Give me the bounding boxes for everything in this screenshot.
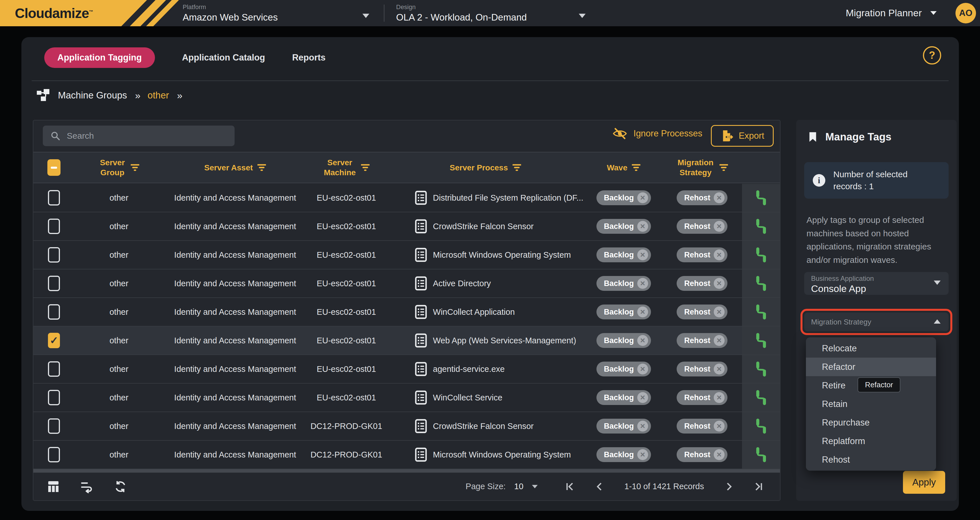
apply-button[interactable]: Apply — [903, 471, 945, 494]
export-button[interactable]: Export — [711, 125, 774, 147]
badge-close-icon[interactable]: ✕ — [637, 364, 648, 374]
cell-server-group: other — [75, 412, 163, 440]
badge-close-icon[interactable]: ✕ — [714, 335, 725, 346]
first-page-button[interactable] — [565, 481, 575, 492]
filter-icon[interactable] — [131, 164, 139, 172]
badge-close-icon[interactable]: ✕ — [637, 449, 648, 460]
filter-icon[interactable] — [361, 164, 369, 172]
page-size-select[interactable]: Page Size: 10 — [466, 482, 538, 491]
badge-close-icon[interactable]: ✕ — [637, 250, 648, 260]
wrap-text-button[interactable] — [80, 480, 93, 493]
app-switcher-migration-planner[interactable]: Migration Planner — [846, 8, 937, 19]
table-row: other Identity and Access Management DC1… — [33, 412, 780, 440]
migration-strategy-select[interactable]: Migration Strategy — [804, 313, 948, 331]
tab-application-catalog[interactable]: Application Catalog — [182, 52, 265, 63]
badge-close-icon[interactable]: ✕ — [637, 392, 648, 403]
badge-close-icon[interactable]: ✕ — [637, 421, 648, 431]
cell-server-asset: Identity and Access Management — [163, 241, 307, 269]
column-header-server-process: Server Process — [385, 153, 585, 183]
badge-close-icon[interactable]: ✕ — [714, 250, 725, 260]
filter-icon[interactable] — [632, 164, 640, 172]
filter-icon[interactable] — [512, 164, 521, 172]
cell-server-machine: EU-esc02-ost01 — [307, 298, 385, 326]
filter-icon[interactable] — [258, 164, 266, 172]
row-checkbox[interactable] — [48, 219, 60, 234]
column-settings-button[interactable] — [47, 480, 60, 493]
design-select[interactable]: Design OLA 2 - Workload, On-Demand — [396, 3, 590, 23]
badge-close-icon[interactable]: ✕ — [637, 307, 648, 317]
row-checkbox-checked[interactable]: ✓ — [48, 333, 60, 348]
previous-page-button[interactable] — [595, 481, 605, 492]
badge-close-icon[interactable]: ✕ — [637, 335, 648, 346]
cell-server-process: Distributed File System Replication (DF.… — [385, 184, 585, 212]
badge-close-icon[interactable]: ✕ — [714, 307, 725, 317]
row-checkbox[interactable] — [48, 447, 60, 462]
search-box[interactable] — [43, 126, 235, 146]
option-relocate[interactable]: Relocate — [806, 339, 936, 358]
badge-close-icon[interactable]: ✕ — [714, 278, 725, 289]
search-input[interactable] — [67, 131, 227, 141]
process-connections-button[interactable] — [742, 355, 780, 383]
process-connections-button[interactable] — [742, 383, 780, 412]
ignore-processes-button[interactable]: Ignore Processes — [612, 127, 702, 140]
filter-icon[interactable] — [719, 164, 728, 172]
badge-close-icon[interactable]: ✕ — [637, 278, 648, 289]
row-checkbox[interactable] — [48, 361, 60, 377]
badge-close-icon[interactable]: ✕ — [637, 192, 648, 203]
tab-divider — [32, 81, 948, 81]
process-connections-button[interactable] — [742, 184, 780, 212]
help-icon[interactable]: ? — [923, 46, 941, 65]
file-export-icon — [720, 129, 733, 142]
strategy-badge: Rehost✕ — [677, 362, 727, 377]
cell-server-asset: Identity and Access Management — [163, 298, 307, 326]
breadcrumb-machine-groups[interactable]: Machine Groups — [58, 90, 127, 101]
row-checkbox[interactable] — [48, 304, 60, 320]
last-page-button[interactable] — [754, 481, 764, 492]
tab-application-tagging[interactable]: Application Tagging — [44, 48, 155, 68]
badge-close-icon[interactable]: ✕ — [714, 364, 725, 374]
refresh-button[interactable] — [114, 480, 127, 493]
badge-close-icon[interactable]: ✕ — [637, 221, 648, 232]
wave-badge: Backlog✕ — [597, 390, 651, 405]
horizontal-scrollbar[interactable] — [33, 469, 780, 472]
option-refactor[interactable]: Refactor — [806, 358, 936, 376]
process-connections-button[interactable] — [742, 241, 780, 269]
process-connections-button[interactable] — [742, 298, 780, 326]
badge-close-icon[interactable]: ✕ — [714, 221, 725, 232]
platform-select[interactable]: Platform Amazon Web Services — [183, 3, 377, 23]
business-application-select[interactable]: Business Application Console App — [804, 272, 948, 295]
row-checkbox[interactable] — [48, 190, 60, 205]
cell-server-machine: EU-esc02-ost01 — [307, 326, 385, 355]
business-application-label: Business Application — [811, 275, 942, 283]
column-header-actions — [742, 153, 780, 183]
row-checkbox[interactable] — [48, 247, 60, 262]
option-rehost[interactable]: Rehost — [806, 450, 936, 469]
process-connections-button[interactable] — [742, 412, 780, 440]
badge-close-icon[interactable]: ✕ — [714, 449, 725, 460]
wave-badge: Backlog✕ — [597, 247, 651, 262]
cell-server-process: CrowdStrike Falcon Sensor — [385, 212, 585, 240]
select-all-checkbox[interactable] — [48, 159, 60, 176]
user-avatar[interactable]: AO — [955, 3, 976, 24]
process-connections-button[interactable] — [742, 326, 780, 355]
row-checkbox[interactable] — [48, 418, 60, 434]
option-repurchase[interactable]: Repurchase — [806, 413, 936, 432]
breadcrumb-other[interactable]: other — [148, 90, 169, 101]
option-retain[interactable]: Retain — [806, 395, 936, 413]
tab-reports[interactable]: Reports — [292, 52, 326, 63]
eye-off-icon — [612, 127, 627, 140]
process-connections-button[interactable] — [742, 440, 780, 469]
badge-close-icon[interactable]: ✕ — [714, 392, 725, 403]
badge-close-icon[interactable]: ✕ — [714, 421, 725, 431]
column-header-migration-strategy: Migration Strategy — [662, 153, 742, 183]
first-page-icon — [565, 481, 575, 492]
cell-server-group: other — [75, 241, 163, 269]
row-checkbox[interactable] — [48, 276, 60, 291]
process-connections-button[interactable] — [742, 212, 780, 240]
option-replatform[interactable]: Replatform — [806, 432, 936, 450]
badge-close-icon[interactable]: ✕ — [714, 192, 725, 203]
row-checkbox[interactable] — [48, 390, 60, 405]
cell-server-machine: EU-esc02-ost01 — [307, 241, 385, 269]
next-page-button[interactable] — [724, 481, 734, 492]
process-connections-button[interactable] — [742, 269, 780, 297]
